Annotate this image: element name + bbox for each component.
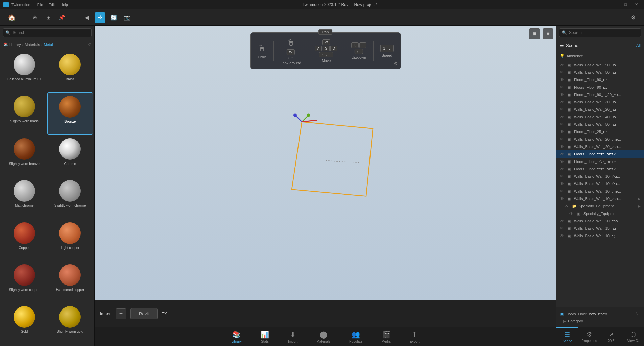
eye-icon-walls-40[interactable]: 👁: [560, 115, 565, 119]
scene-item-walls-20-prl2[interactable]: 👁 ▣ Walls_Basic_Wall_20_‏פרל...: [556, 143, 644, 150]
menu-help[interactable]: Help: [60, 3, 68, 7]
scene-item-specialty-eq-1[interactable]: 👁 📁 Specialty_Equipment_1... ▶: [556, 202, 644, 210]
import-add-button[interactable]: +: [116, 308, 126, 319]
material-item-light-copper[interactable]: Light copper: [47, 219, 93, 261]
toolbar-move-button[interactable]: ✛: [95, 12, 105, 23]
scene-item-walls-10-blz2[interactable]: 👁 ▣ Walls_Basic_Wall_10_‏בלז...: [556, 180, 644, 188]
eye-icon-walls-10-blz2[interactable]: 👁: [560, 181, 565, 186]
rbn-item-viewcube[interactable]: ⬡View C.: [622, 327, 644, 346]
pan-settings-icon[interactable]: ⚙: [393, 61, 398, 66]
scene-item-walls-10-blz4[interactable]: 👁 ▣ Walls_Basic_Wall_10_‏פרל... ▶: [556, 195, 644, 202]
eye-icon-floors-90-2[interactable]: 👁: [560, 85, 565, 90]
viewport-view-button[interactable]: 👁: [543, 28, 553, 39]
resize-handle[interactable]: ⤡: [635, 311, 641, 317]
scene-item-walls-10-blz1[interactable]: 👁 ▣ Walls_Basic_Wall_10_‏בלז...: [556, 173, 644, 180]
eye-icon-walls-50-3[interactable]: 👁: [560, 122, 565, 127]
menu-edit[interactable]: Edit: [48, 3, 55, 7]
material-item-bronze[interactable]: Bronze: [47, 92, 93, 135]
maximize-button[interactable]: □: [622, 2, 629, 7]
scene-item-walls-10-blz3[interactable]: 👁 ▣ Walls_Basic_Wall_10_‏פרל...: [556, 188, 644, 195]
breadcrumb-library[interactable]: Library: [9, 43, 21, 47]
material-item-slightly-worn-brass[interactable]: Slightly worn brass: [1, 92, 47, 135]
close-button[interactable]: ✕: [632, 2, 641, 7]
favorite-icon[interactable]: ♡: [88, 42, 91, 47]
search-input[interactable]: [3, 28, 92, 37]
bottom-nav-import[interactable]: ⬇Import: [279, 328, 307, 345]
scene-item-walls-50-2[interactable]: 👁 ▣ Walls_Basic_Wall_50_‏בנו: [556, 69, 644, 76]
minimize-button[interactable]: –: [612, 2, 619, 7]
scene-item-floors-adama-2[interactable]: 👁 ▣ Floors_Floor_‏אדמה_בלבנ...: [556, 165, 644, 173]
eye-icon-walls-10-ibd[interactable]: 👁: [560, 233, 565, 238]
scene-all-button[interactable]: All: [636, 43, 641, 48]
eye-icon-walls-30[interactable]: 👁: [560, 100, 565, 104]
material-item-brushed-al[interactable]: Brushed aluminium 01: [1, 50, 47, 92]
home-button[interactable]: 🏠: [5, 13, 18, 23]
scene-item-specialty-eq-item[interactable]: 👁 ▣ Specialty_Equipment...: [556, 210, 644, 217]
toolbar-back-button[interactable]: ◀: [81, 12, 92, 23]
eye-icon-floors-20-90[interactable]: 👁: [560, 92, 565, 97]
eye-icon-walls-10-blz3[interactable]: 👁: [560, 189, 565, 194]
scene-item-floors-90-2[interactable]: 👁 ▣ Floors_Floor_90_‏בנו: [556, 83, 644, 91]
eye-icon-specialty-eq-item[interactable]: 👁: [569, 211, 575, 216]
bottom-nav-populate[interactable]: 👥Populate: [340, 328, 372, 345]
eye-icon-walls-15-blz[interactable]: 👁: [560, 226, 565, 231]
rbn-item-scene[interactable]: ☰Scene: [556, 327, 578, 346]
scene-item-floors-adama-1[interactable]: 👁 ▣ Floors_Floor_‏אדמה_בלבנ...: [556, 158, 644, 165]
material-item-chrome[interactable]: Chrome: [47, 135, 93, 177]
viewport-split-button[interactable]: ▣: [529, 28, 540, 39]
eye-icon-walls-10-blz4[interactable]: 👁: [560, 196, 565, 201]
scene-item-walls-50-3[interactable]: 👁 ▣ Walls_Basic_Wall_50_‏בנו: [556, 121, 644, 128]
eye-icon-walls-20-prl1[interactable]: 👁: [560, 137, 565, 142]
toolbar-grid-button[interactable]: ⊞: [43, 12, 54, 23]
bottom-nav-library[interactable]: 📚Library: [222, 328, 251, 345]
bottom-nav-materials[interactable]: ⬤Materials: [307, 328, 340, 345]
import-revit-button[interactable]: Revit: [130, 308, 158, 319]
toolbar-sync-button[interactable]: 🔄: [108, 12, 119, 23]
eye-icon-walls-10-blz1[interactable]: 👁: [560, 174, 565, 179]
scene-item-floors-floor-adama[interactable]: 👁 ▣ Floors_Floor_‏אדמה_בלבנ...: [556, 150, 644, 158]
eye-icon-walls-50-2[interactable]: 👁: [560, 70, 565, 75]
material-item-brass[interactable]: Brass: [47, 50, 93, 92]
material-item-slightly-worn-gold[interactable]: Slightly worn gold: [47, 303, 93, 345]
material-item-slightly-worn-chrome[interactable]: Slightly worn chrome: [47, 177, 93, 219]
toolbar-pin-button[interactable]: 📌: [56, 12, 67, 23]
toolbar-settings-button[interactable]: ⚙: [628, 12, 639, 23]
eye-icon-specialty-eq-1[interactable]: 👁: [565, 204, 570, 208]
rbn-item-xyz[interactable]: ↗XYZ: [600, 327, 622, 346]
scene-item-walls-15-blz[interactable]: 👁 ▣ Walls_Basic_Wall_15_‏בנו: [556, 225, 644, 232]
scene-item-walls-50-1[interactable]: 👁 ▣ Walls_Basic_Wall_50_‏בנו: [556, 61, 644, 69]
eye-icon-floors-90-1[interactable]: 👁: [560, 77, 565, 82]
eye-icon-walls-20-blz[interactable]: 👁: [560, 219, 565, 223]
breadcrumb-materials[interactable]: Materials: [25, 43, 40, 47]
scene-item-walls-30[interactable]: 👁 ▣ Walls_Basic_Wall_30_‏בנו: [556, 98, 644, 106]
scene-item-floors-25[interactable]: 👁 ▣ Floors_Floor_25_‏בנו: [556, 128, 644, 135]
rbn-item-properties[interactable]: ⚙Properties: [578, 327, 600, 346]
category-expand-icon[interactable]: ▶: [563, 319, 566, 323]
menu-file[interactable]: File: [37, 3, 43, 7]
eye-icon-walls-20[interactable]: 👁: [560, 107, 565, 112]
eye-icon-walls-50-1[interactable]: 👁: [560, 63, 565, 67]
material-item-slightly-worn-copper[interactable]: Slightly worn copper: [1, 261, 47, 303]
scene-item-floors-20-90[interactable]: 👁 ▣ Floors_Floor_‏רצ_20_+_90...: [556, 91, 644, 98]
eye-icon-floors-adama-2[interactable]: 👁: [560, 167, 565, 171]
scene-item-floors-90-1[interactable]: 👁 ▣ Floors_Floor_90_‏בנו: [556, 76, 644, 83]
scene-item-walls-40[interactable]: 👁 ▣ Walls_Basic_Wall_40_‏בנו: [556, 113, 644, 121]
material-item-matt-chrome[interactable]: Matt chrome: [1, 177, 47, 219]
material-item-slightly-worn-bronze[interactable]: Slightly worn bronze: [1, 135, 47, 177]
scene-item-walls-20-prl1[interactable]: 👁 ▣ Walls_Basic_Wall_20_‏פרל...: [556, 135, 644, 143]
scene-item-walls-20-blz[interactable]: 👁 ▣ Walls_Basic_Wall_20_‏פרל...: [556, 217, 644, 225]
bottom-nav-stats[interactable]: 📊Stats: [251, 328, 279, 345]
scene-item-walls-20[interactable]: 👁 ▣ Walls_Basic_Wall_20_‏בנו: [556, 106, 644, 113]
bottom-nav-export[interactable]: ⬆Export: [400, 328, 429, 345]
bottom-nav-media[interactable]: 🎬Media: [372, 328, 400, 345]
eye-icon-floors-floor-adama[interactable]: 👁: [560, 152, 565, 156]
material-item-hammered-copper[interactable]: Hammered copper: [47, 261, 93, 303]
toolbar-camera-button[interactable]: 📷: [122, 12, 133, 23]
material-item-gold[interactable]: Gold: [1, 303, 47, 345]
toolbar-sunlight-button[interactable]: ☀: [29, 12, 40, 23]
scene-item-walls-10-ibd[interactable]: 👁 ▣ Walls_Basic_Wall_10_‏עיב...: [556, 232, 644, 240]
eye-icon-floors-25[interactable]: 👁: [560, 129, 565, 134]
breadcrumb-metal[interactable]: Metal: [44, 43, 53, 47]
right-search-input[interactable]: [559, 28, 641, 37]
viewport[interactable]: Pan 🖱 Orbit 🖱 W ↕ ↔: [95, 26, 556, 300]
